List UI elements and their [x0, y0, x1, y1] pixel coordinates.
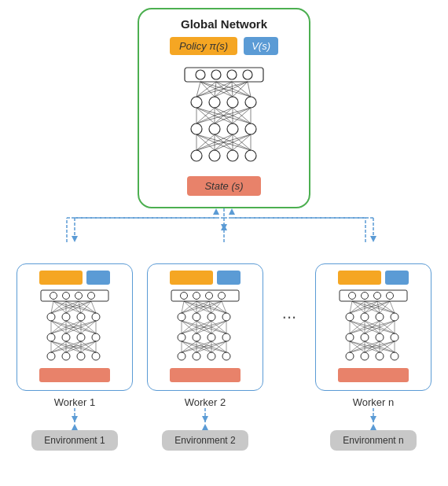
svg-marker-72 [370, 236, 376, 242]
svg-point-155 [178, 313, 185, 321]
worker-2-policy-badge [170, 271, 213, 285]
env-2-box: Environment 2 [162, 430, 248, 451]
svg-point-1 [196, 70, 205, 79]
worker-1-label: Worker 1 [54, 396, 96, 408]
output-badges: Policy π(s) V(s) [170, 37, 278, 55]
svg-point-11 [227, 123, 238, 134]
global-network-title: Global Network [181, 17, 267, 31]
worker-2-badges [170, 271, 241, 285]
dots-text: ... [282, 303, 296, 323]
diagram-container: Global Network Policy π(s) V(s) [0, 0, 448, 486]
svg-point-152 [193, 293, 200, 300]
svg-point-162 [222, 333, 230, 341]
svg-point-220 [349, 293, 356, 300]
svg-point-13 [191, 150, 202, 161]
svg-point-225 [361, 313, 369, 321]
svg-line-26 [215, 82, 232, 97]
svg-point-12 [245, 123, 256, 134]
worker-2-state-badge [170, 368, 241, 382]
svg-point-82 [50, 293, 57, 300]
svg-point-231 [391, 333, 398, 341]
svg-point-16 [245, 150, 256, 161]
svg-point-227 [391, 313, 398, 321]
worker-2-col: Worker 2 Environment 2 [147, 263, 263, 451]
worker-1-value-badge [86, 271, 110, 285]
svg-point-158 [222, 313, 230, 321]
svg-point-15 [227, 150, 238, 161]
svg-marker-218 [202, 424, 208, 430]
worker-n-box [315, 263, 431, 391]
svg-point-14 [209, 150, 220, 161]
svg-point-223 [387, 293, 394, 300]
svg-point-85 [88, 293, 95, 300]
svg-point-94 [47, 352, 55, 360]
svg-point-226 [376, 313, 384, 321]
worker-n-nn [330, 289, 417, 363]
worker-n-col: Worker n Environment n [315, 263, 431, 451]
svg-point-2 [211, 70, 221, 79]
svg-point-159 [178, 333, 185, 341]
svg-point-91 [62, 333, 70, 341]
global-network-box: Global Network Policy π(s) V(s) [138, 8, 310, 208]
svg-point-90 [47, 333, 55, 341]
svg-point-154 [218, 293, 226, 300]
svg-line-22 [215, 82, 216, 97]
env-1-box: Environment 1 [31, 430, 118, 451]
worker-n-policy-badge [338, 271, 381, 285]
svg-line-25 [196, 82, 232, 97]
svg-point-97 [92, 352, 100, 360]
svg-point-229 [361, 333, 369, 341]
svg-point-235 [391, 352, 398, 360]
policy-badge: Policy π(s) [170, 37, 237, 55]
worker-2-box [147, 263, 263, 391]
svg-point-233 [361, 352, 369, 360]
env-n-box: Environment n [330, 430, 417, 451]
svg-point-234 [376, 352, 384, 360]
svg-point-4 [243, 70, 252, 79]
svg-point-221 [362, 293, 369, 300]
svg-point-87 [62, 313, 70, 321]
worker-2-value-badge [217, 271, 241, 285]
svg-point-153 [206, 293, 213, 300]
svg-point-5 [191, 97, 202, 108]
dots-separator: ... [277, 263, 301, 323]
worker-1-col: Worker 1 Environment 1 [17, 263, 133, 451]
svg-point-160 [193, 333, 200, 341]
svg-point-166 [222, 352, 230, 360]
svg-point-86 [47, 313, 55, 321]
svg-point-165 [207, 352, 215, 360]
worker-n-state-badge [338, 368, 409, 382]
svg-point-6 [209, 97, 220, 108]
neural-network-svg [169, 64, 279, 167]
worker-n-env-arrow [315, 408, 431, 430]
workers-row: Worker 1 Environment 1 [16, 263, 432, 451]
svg-point-88 [77, 313, 85, 321]
svg-point-84 [75, 293, 83, 300]
svg-line-21 [196, 82, 216, 97]
svg-line-171 [182, 301, 196, 313]
value-badge: V(s) [244, 37, 278, 55]
svg-point-8 [245, 97, 256, 108]
svg-point-151 [181, 293, 188, 300]
worker-2-label: Worker 2 [185, 396, 226, 408]
svg-marker-287 [370, 424, 376, 430]
worker-1-box [17, 263, 133, 391]
svg-point-83 [63, 293, 70, 300]
svg-point-157 [207, 313, 215, 321]
svg-line-19 [200, 82, 233, 97]
svg-point-232 [346, 352, 354, 360]
svg-line-240 [350, 301, 365, 313]
svg-line-27 [232, 82, 233, 97]
worker-n-value-badge [385, 271, 409, 285]
svg-line-17 [196, 82, 200, 97]
worker-1-state-badge [39, 368, 110, 382]
state-badge-global: State (s) [187, 176, 260, 196]
svg-point-9 [191, 123, 202, 134]
worker-1-badges [39, 271, 110, 285]
svg-point-222 [374, 293, 381, 300]
svg-point-89 [92, 313, 100, 321]
svg-point-230 [376, 333, 384, 341]
svg-marker-75 [213, 208, 219, 215]
svg-point-3 [227, 70, 237, 79]
global-to-workers-arrows [16, 208, 432, 263]
